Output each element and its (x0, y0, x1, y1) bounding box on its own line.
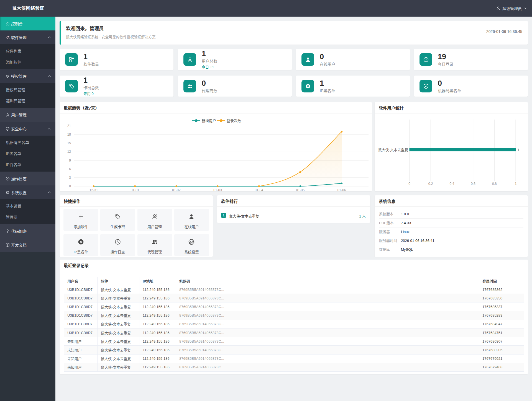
svg-text:0.4: 0.4 (450, 182, 454, 186)
svg-text:1: 1 (515, 182, 517, 186)
svg-text:01-06: 01-06 (337, 188, 346, 192)
svg-text:0: 0 (69, 184, 71, 188)
svg-text:12: 12 (67, 150, 71, 154)
svg-text:21: 21 (67, 124, 71, 128)
svg-text:鼠大侠-文本去重复: 鼠大侠-文本去重复 (378, 148, 408, 152)
svg-text:01-03: 01-03 (213, 188, 222, 192)
svg-text:1: 1 (518, 148, 520, 152)
svg-text:01-01: 01-01 (131, 188, 139, 192)
svg-text:12-31: 12-31 (89, 188, 98, 192)
svg-text:0.8: 0.8 (492, 182, 497, 186)
svg-text:新增用户: 新增用户 (202, 119, 216, 123)
svg-text:6: 6 (69, 167, 71, 171)
svg-text:01-04: 01-04 (255, 188, 263, 192)
svg-text:15: 15 (67, 141, 71, 145)
svg-text:0.6: 0.6 (471, 182, 475, 186)
svg-text:0.2: 0.2 (428, 182, 433, 186)
svg-text:9: 9 (69, 159, 71, 162)
svg-text:18: 18 (67, 133, 71, 136)
svg-text:01-05: 01-05 (296, 188, 305, 192)
svg-text:01-02: 01-02 (172, 188, 181, 192)
svg-text:0: 0 (408, 182, 410, 186)
svg-text:登录次数: 登录次数 (227, 119, 241, 123)
svg-text:3: 3 (69, 176, 71, 180)
